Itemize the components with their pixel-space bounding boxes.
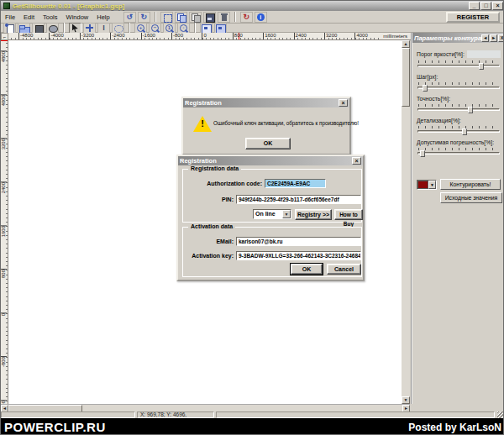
open-button[interactable] [18,23,30,34]
dialog-title-bar[interactable]: Registration × [183,98,349,107]
h-ruler-label: 800 [233,33,243,40]
threshold-value-box [467,50,501,58]
save-button[interactable] [203,12,216,23]
zoom-fit-button[interactable] [177,23,190,34]
refresh-button[interactable] [240,12,253,23]
contour-button[interactable]: Контурировать! [440,179,501,190]
scroll-up-icon[interactable]: ▲ [402,40,410,48]
window-title: GetSilhouette 0.01 - [Graphic1.gsp] [13,3,124,10]
minimize-icon[interactable]: _ [469,2,480,10]
menu-tools[interactable]: Tools [39,13,62,21]
frame-add-button[interactable] [214,23,227,34]
online-select[interactable]: On line ▼ [253,209,291,219]
stop-button[interactable] [32,23,45,34]
slider-track[interactable] [417,65,500,67]
registry-button[interactable]: Registry >> [295,209,332,220]
zoom-out-button[interactable] [149,23,161,34]
slider-thumb[interactable] [420,150,425,157]
open-icon [18,24,29,33]
close-icon[interactable]: × [352,157,361,165]
close-icon[interactable]: × [339,99,348,107]
v-scrollbar[interactable]: ▲ ▼ [402,40,410,404]
menu-help[interactable]: Help [92,13,113,21]
slider-thumb[interactable] [423,85,428,92]
lasso-button[interactable] [112,23,124,34]
menu-window[interactable]: Window [62,13,93,21]
info-button[interactable] [255,12,267,23]
refresh-icon [241,13,252,22]
slider-1[interactable] [417,82,501,92]
zoom-fit-icon [178,24,189,33]
app-window: GetSilhouette 0.01 - [Graphic1.gsp] _ □ … [0,0,504,435]
menu-file[interactable]: File [1,13,19,21]
scroll-down-icon[interactable]: ▼ [402,396,410,404]
slider-track[interactable] [417,108,500,111]
rotate-left-button[interactable] [123,12,136,23]
slider-thumb[interactable] [468,107,473,113]
color-swatch [417,181,428,189]
new-icon [4,24,15,33]
slider-track[interactable] [417,130,500,133]
slider-3[interactable] [417,126,501,135]
how-to-buy-button[interactable]: How to Buy [334,209,363,220]
panel-header[interactable]: Параметры контура ◄ ► X [412,33,504,43]
stop-icon [33,24,44,33]
cursor-button[interactable] [69,23,81,34]
measure-button[interactable] [97,23,110,34]
close-icon[interactable]: × [492,2,503,10]
auth-code-field[interactable]: C2E2459A-E9AC [265,179,326,188]
shape-button[interactable] [46,23,59,34]
select-region-button[interactable] [160,12,173,23]
ruler-unit: millimeters [381,33,409,39]
reset-values-button[interactable]: Исходные значения [440,192,502,203]
rotate-right-button[interactable] [138,12,150,23]
contour-color-combo[interactable]: ▼ [417,180,437,190]
slider-thumb[interactable] [479,63,484,70]
dialog-title-bar[interactable]: Registration × [178,156,363,165]
status-bar: X: 969,78; Y: 4696, [1,411,504,418]
slider-4[interactable] [417,148,501,157]
email-field[interactable]: karlson07@bk.ru [236,237,361,246]
new-button[interactable] [3,23,16,34]
register-button[interactable]: REGISTER [446,12,500,23]
zoom-actual-button[interactable] [163,23,176,34]
panel-close-icon[interactable]: X [498,34,504,42]
contour-parameters-panel: Параметры контура ◄ ► X Порог яркости[%]… [411,33,504,404]
rotate-left-icon [124,13,135,22]
h-scrollbar[interactable]: ◄ ► [1,404,410,411]
cancel-button[interactable]: Cancel [327,264,361,275]
auth-code-label: Authorization code: [185,181,262,186]
paste-button[interactable] [189,12,202,23]
slider-ticks [418,104,499,107]
slider-label: Шаг[px]: [417,74,438,80]
menu-edit[interactable]: Edit [19,13,39,21]
zoom-in-button[interactable] [134,23,147,34]
chevron-down-icon[interactable]: ▼ [282,210,291,218]
slider-0[interactable] [417,60,501,70]
ruler-origin-icon[interactable]: ⌐ [1,33,8,40]
chevron-down-icon[interactable]: ▼ [428,181,436,189]
ok-button[interactable]: OK [245,138,291,149]
v-scroll-thumb[interactable] [402,48,410,107]
save-icon [204,13,215,22]
cursor-icon [70,24,81,33]
resize-grip[interactable] [497,411,504,418]
copy-button[interactable] [175,12,187,23]
transform-button[interactable] [83,23,96,34]
pin-field[interactable]: 949f244b-2259-4f29-b117-d6cf656ee7df [236,195,361,204]
app-icon [3,3,10,9]
panel-prev-icon[interactable]: ◄ [481,34,489,42]
activation-key-field[interactable]: 9-3BADW-9XLLG=33-266-462143-3C2316-24684… [236,251,361,260]
ok-button[interactable]: OK [291,264,323,275]
slider-track[interactable] [417,152,500,155]
frame-button[interactable] [200,23,213,34]
slider-2[interactable] [417,104,501,113]
slider-track[interactable] [417,86,500,89]
panel-title: Параметры контура [414,34,481,42]
slider-thumb[interactable] [462,128,467,135]
cursor-y-marker [1,40,8,41]
delete-button[interactable] [218,12,230,23]
maximize-icon[interactable]: □ [480,2,491,10]
slider-label: Допустимая погрешность[%]: [417,139,494,145]
panel-next-icon[interactable]: ► [490,34,497,42]
